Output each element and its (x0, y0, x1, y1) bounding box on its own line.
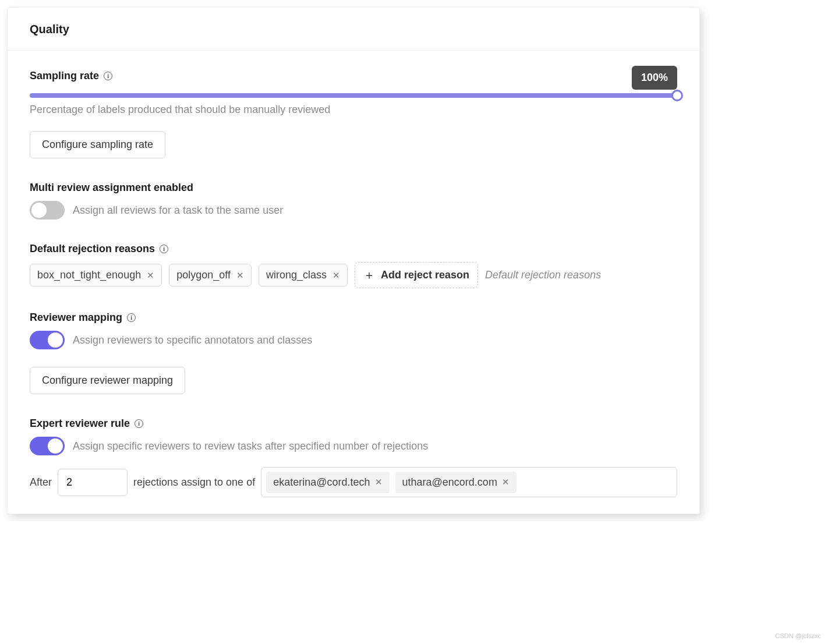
sampling-rate-help: Percentage of labels produced that shoul… (30, 104, 677, 116)
expert-rule-toggle[interactable] (30, 437, 65, 455)
close-icon[interactable]: ✕ (375, 477, 383, 487)
info-icon[interactable]: i (104, 72, 112, 80)
multi-review-toggle[interactable] (30, 201, 65, 220)
rejection-tag-label: box_not_tight_enough (37, 269, 141, 281)
rejection-reasons-label: Default rejection reasons (30, 243, 155, 255)
reviewer-mapping-section: Reviewer mapping i Assign reviewers to s… (30, 312, 677, 394)
rejection-tag: wirong_class ✕ (259, 264, 348, 286)
configure-sampling-button[interactable]: Configure sampling rate (30, 131, 165, 158)
multi-review-description: Assign all reviews for a task to the sam… (73, 204, 283, 217)
info-icon[interactable]: i (135, 419, 143, 428)
sampling-rate-slider[interactable] (30, 93, 677, 98)
slider-handle[interactable] (671, 90, 683, 101)
quality-panel: Quality Sampling rate i 100% Percentage … (7, 7, 700, 514)
assignee-chip: uthara@encord.com ✕ (395, 472, 516, 493)
rejection-tag-label: wirong_class (266, 269, 327, 281)
assignee-chip: ekaterina@cord.tech ✕ (266, 472, 389, 493)
reviewer-mapping-description: Assign reviewers to specific annotators … (73, 334, 312, 346)
assignee-email: ekaterina@cord.tech (273, 476, 370, 489)
rejection-reasons-hint: Default rejection reasons (485, 269, 601, 281)
expert-rule-description: Assign specific reviewers to review task… (73, 440, 428, 452)
expert-rule-label: Expert reviewer rule (30, 417, 130, 430)
add-reject-reason-label: Add reject reason (381, 269, 469, 281)
assignee-email: uthara@encord.com (402, 476, 497, 489)
assignee-input[interactable]: ekaterina@cord.tech ✕ uthara@encord.com … (261, 467, 677, 497)
multi-review-label: Multi review assignment enabled (30, 182, 193, 194)
panel-body: Sampling rate i 100% Percentage of label… (8, 51, 699, 514)
close-icon[interactable]: ✕ (236, 270, 244, 281)
sampling-rate-value: 100% (632, 66, 677, 90)
toggle-knob (48, 332, 63, 348)
page-title: Quality (30, 23, 677, 36)
toggle-knob (31, 203, 47, 218)
close-icon[interactable]: ✕ (332, 270, 340, 281)
rejection-tag-label: polygon_off (176, 269, 231, 281)
info-icon[interactable]: i (127, 313, 136, 322)
expert-rule-prefix: After (30, 476, 52, 489)
expert-rule-section: Expert reviewer rule i Assign specific r… (30, 417, 677, 497)
rejection-tag: polygon_off ✕ (169, 264, 252, 286)
sampling-section: Sampling rate i 100% Percentage of label… (30, 66, 677, 158)
expert-rule-middle: rejections assign to one of (133, 476, 255, 489)
sampling-rate-label: Sampling rate (30, 70, 99, 82)
close-icon[interactable]: ✕ (147, 270, 154, 281)
configure-reviewer-mapping-button[interactable]: Configure reviewer mapping (30, 367, 185, 394)
multi-review-section: Multi review assignment enabled Assign a… (30, 182, 677, 220)
rejection-tag: box_not_tight_enough ✕ (30, 264, 162, 286)
panel-header: Quality (8, 8, 699, 51)
reviewer-mapping-toggle[interactable] (30, 331, 65, 349)
rejection-count-input[interactable] (58, 469, 128, 496)
reviewer-mapping-label: Reviewer mapping (30, 312, 122, 324)
toggle-knob (48, 438, 63, 454)
close-icon[interactable]: ✕ (502, 477, 509, 487)
info-icon[interactable]: i (160, 245, 168, 253)
rejection-reasons-section: Default rejection reasons i box_not_tigh… (30, 243, 677, 288)
add-reject-reason-button[interactable]: ＋ Add reject reason (355, 262, 478, 288)
plus-icon: ＋ (363, 267, 375, 283)
